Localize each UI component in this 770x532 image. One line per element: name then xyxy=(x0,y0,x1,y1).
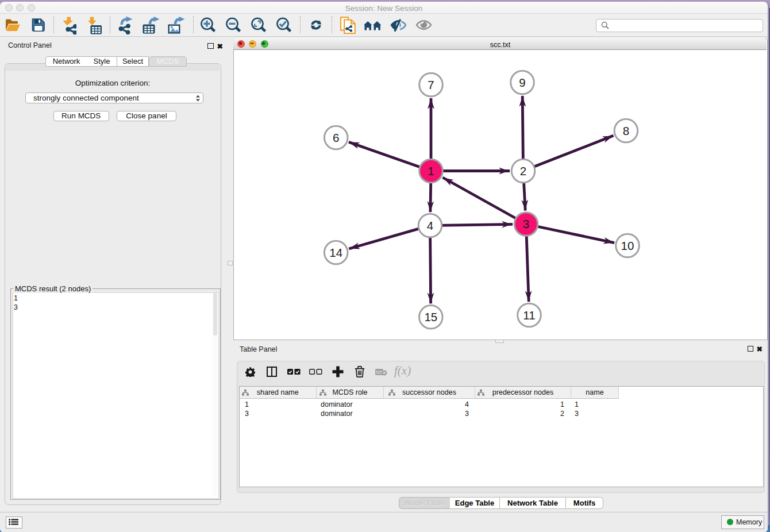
svg-text:8: 8 xyxy=(623,124,629,137)
svg-text:9: 9 xyxy=(519,76,525,89)
svg-text:10: 10 xyxy=(621,239,634,252)
svg-text:2: 2 xyxy=(520,164,526,178)
svg-text:14: 14 xyxy=(329,246,342,259)
svg-text:15: 15 xyxy=(424,310,437,323)
svg-text:4: 4 xyxy=(427,219,433,232)
svg-text:7: 7 xyxy=(428,78,434,91)
svg-text:1: 1 xyxy=(428,164,434,178)
svg-text:3: 3 xyxy=(523,217,529,230)
svg-text:11: 11 xyxy=(523,309,535,322)
svg-text:6: 6 xyxy=(333,131,339,144)
